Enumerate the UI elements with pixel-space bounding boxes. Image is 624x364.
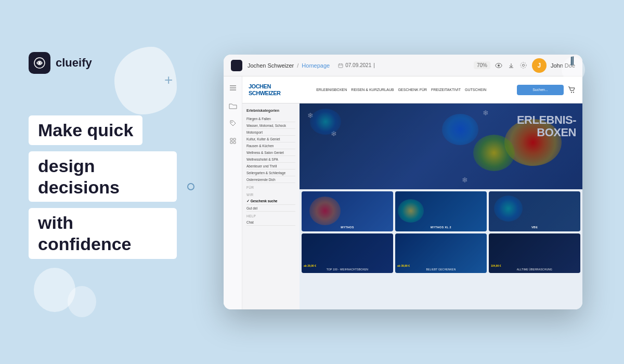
site-logo-line2: SCHWEIZER xyxy=(249,90,281,96)
site-header: JOCHEN SCHWEIZER ERLEBNISBOXEN REISEN & … xyxy=(242,76,582,103)
nav-gut[interactable]: Gut del xyxy=(246,205,295,212)
decorative-blob-3 xyxy=(68,286,96,317)
bottom-card-2[interactable]: ab 39,90 € BELIEBT GECHENKEN xyxy=(395,233,487,273)
product-card-2[interactable]: MYTHOS XL 2 xyxy=(395,191,487,231)
nav-cat-8[interactable]: Abenteuer und Thrill xyxy=(246,163,295,170)
nav-cat-3[interactable]: Motorsport xyxy=(246,129,295,136)
zoom-level[interactable]: 70% xyxy=(474,61,490,69)
circle-dot-decoration xyxy=(187,183,194,190)
product-card-1[interactable]: MYTHOS xyxy=(302,191,393,231)
right-panel: Jochen Schweizer / Homepage 07.09.2021 | xyxy=(198,44,624,320)
svg-point-7 xyxy=(498,64,500,67)
nav-section-fuer: Für xyxy=(246,183,295,190)
card-label-1: MYTHOS xyxy=(302,226,393,229)
headline-line-1: Make quick xyxy=(29,115,142,145)
user-avatar[interactable]: J xyxy=(532,58,547,73)
svg-point-20 xyxy=(573,92,574,93)
bottom-cards-row: ab 29,90 € TOP 100 - WEIHNACHTSBOXEN ab … xyxy=(300,233,582,275)
nav-section-wir: Wir xyxy=(246,190,295,198)
nav-cat-2[interactable]: Wasser, Motorrad, Schock xyxy=(246,122,295,129)
nav-item-4[interactable]: FREIZEITAKTIVIT xyxy=(431,88,461,92)
svg-point-14 xyxy=(231,122,232,123)
pipe-separator: | xyxy=(373,62,375,68)
browser-body: JOCHEN SCHWEIZER ERLEBNISBOXEN REISEN & … xyxy=(224,76,582,309)
browser-favicon xyxy=(231,60,242,71)
breadcrumb-separator: / xyxy=(297,62,298,69)
browser-window: Jochen Schweizer / Homepage 07.09.2021 | xyxy=(224,55,582,309)
bc-label-1: TOP 100 - WEIHNACHTSBOXEN xyxy=(302,268,393,271)
sidebar-puzzle-icon[interactable] xyxy=(228,136,238,146)
nav-cat-6[interactable]: Wellness & Salon Geniet xyxy=(246,149,295,156)
nav-section-help: Help xyxy=(246,212,295,219)
nav-chat[interactable]: Chat xyxy=(246,219,295,226)
bc-price-3: 104,90 € xyxy=(491,264,501,267)
user-initials: J xyxy=(538,62,541,69)
svg-rect-2 xyxy=(339,64,343,68)
download-icon[interactable] xyxy=(507,61,515,70)
nav-cat-7[interactable]: Wellnesshotel & SPA xyxy=(246,156,295,163)
settings-icon[interactable] xyxy=(519,61,528,70)
bottom-card-3[interactable]: 104,90 € ALLTIME ÜBERRASCHUNG xyxy=(489,233,580,273)
svg-rect-17 xyxy=(230,141,232,144)
headline-text-1: Make quick xyxy=(38,120,133,140)
site-main: Erlebniskategorien Fliegen & Fallen Wass… xyxy=(242,103,582,309)
nav-item-3[interactable]: GESCHENK FÜR xyxy=(398,88,427,92)
nav-geschenk[interactable]: ✓ Geschenk suche xyxy=(246,198,295,205)
product-card-3[interactable]: VBE xyxy=(489,191,580,231)
svg-rect-18 xyxy=(233,141,236,144)
bottom-card-1[interactable]: ab 29,90 € TOP 100 - WEIHNACHTSBOXEN xyxy=(302,233,393,273)
site-logo: JOCHEN xyxy=(249,83,281,89)
nav-cat-4[interactable]: Kultur, Kulter & Geniet xyxy=(246,136,295,142)
date-text: 07.09.2021 xyxy=(345,62,371,68)
sidebar-nav-icon[interactable] xyxy=(228,83,238,93)
nav-item-1[interactable]: ERLEBNISBOXEN xyxy=(316,88,347,92)
svg-point-19 xyxy=(571,92,572,93)
logo-icon xyxy=(29,52,50,74)
site-search-text: Suchen... xyxy=(532,88,548,92)
site-left-nav-title: Erlebniskategorien xyxy=(246,109,295,112)
nav-cat-5[interactable]: Rausen & Küchen xyxy=(246,142,295,149)
sidebar-tag-icon[interactable] xyxy=(228,118,238,128)
hero-banner: ❄ ❄ ❄ ❄ xyxy=(300,103,582,189)
product-cards-row: MYTHOS MYTHOS XL 2 xyxy=(300,189,582,233)
nav-cat-9[interactable]: Seilergarten & Schlierlage xyxy=(246,170,295,176)
nav-cat-10[interactable]: Osterreizende Dich xyxy=(246,176,295,183)
nav-item-5[interactable]: GUTSCHEIN xyxy=(465,88,486,92)
bc-overlay-3 xyxy=(489,233,580,273)
bc-label-3: ALLTIME ÜBERRASCHUNG xyxy=(489,268,580,271)
nav-item-2[interactable]: REISEN & KURZURLAUB xyxy=(351,88,394,92)
browser-nav-info: Jochen Schweizer / Homepage 07.09.2021 | xyxy=(248,62,469,69)
bc-price-1: ab 29,90 € xyxy=(304,264,316,267)
svg-point-9 xyxy=(523,64,525,67)
nav-cat-1[interactable]: Fliegen & Fallen xyxy=(246,115,295,122)
site-search-box[interactable]: Suchen... xyxy=(517,85,564,95)
breadcrumb-page: Homepage xyxy=(302,62,330,69)
svg-rect-16 xyxy=(233,138,236,140)
svg-rect-15 xyxy=(230,138,232,140)
logo-text: clueify xyxy=(56,56,92,70)
site-nav: ERLEBNISBOXEN REISEN & KURZURLAUB GESCHE… xyxy=(291,88,512,92)
svg-point-1 xyxy=(38,62,41,64)
headline-text-2: design decisions xyxy=(38,156,120,197)
bc-price-2: ab 39,90 € xyxy=(397,264,410,267)
site-left-nav: Erlebniskategorien Fliegen & Fallen Wass… xyxy=(242,103,300,309)
website-screenshot: JOCHEN SCHWEIZER ERLEBNISBOXEN REISEN & … xyxy=(242,76,582,309)
main-background: + // clueify Make quick design decisions xyxy=(0,0,624,364)
date-badge: 07.09.2021 | xyxy=(338,62,375,68)
headline-line-3: with confidence xyxy=(29,208,177,259)
headline-text-3: with confidence xyxy=(38,213,131,254)
browser-actions: 70% J John Doe xyxy=(474,58,575,73)
eye-icon[interactable] xyxy=(495,61,503,70)
card-label-3: VBE xyxy=(489,226,580,229)
site-content-area: ❄ ❄ ❄ ❄ xyxy=(300,103,582,309)
cart-icon[interactable] xyxy=(567,85,576,95)
headline-block: Make quick design decisions with confide… xyxy=(29,115,177,259)
heatmap-base-overlay xyxy=(300,103,582,189)
browser-content: JOCHEN SCHWEIZER ERLEBNISBOXEN REISEN & … xyxy=(242,76,582,309)
headline-line-2: design decisions xyxy=(29,151,177,202)
sidebar-folder-icon[interactable] xyxy=(228,100,238,111)
breadcrumb-project: Jochen Schweizer xyxy=(248,62,294,69)
svg-point-10 xyxy=(521,62,526,68)
card-label-2: MYTHOS XL 2 xyxy=(395,226,487,229)
browser-topbar: Jochen Schweizer / Homepage 07.09.2021 | xyxy=(224,55,582,76)
